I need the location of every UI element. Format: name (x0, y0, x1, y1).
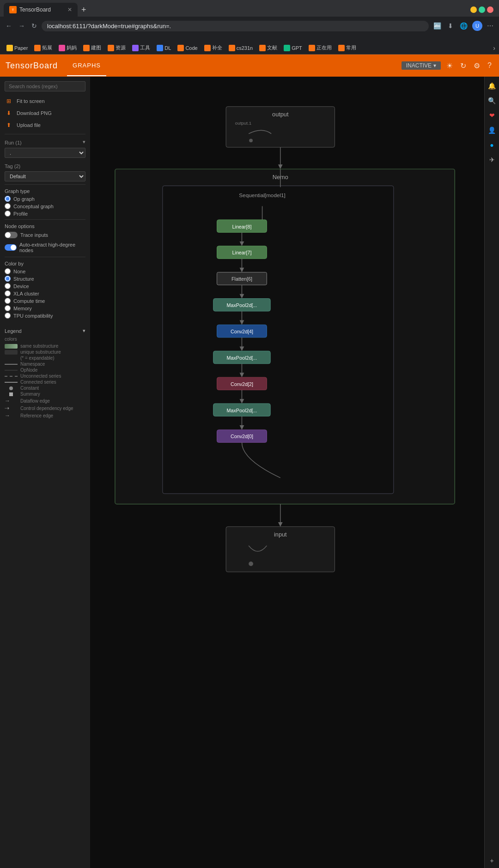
color-none[interactable]: None (5, 268, 85, 274)
search-nodes-input[interactable] (5, 81, 85, 91)
settings-icon-btn[interactable]: ⚙ (472, 60, 482, 72)
fit-to-screen-btn[interactable]: ⊞ Fit to screen (5, 95, 85, 107)
refresh-icon-btn[interactable]: ↻ (458, 60, 468, 72)
legend-control-label: Control dependency edge (20, 406, 85, 411)
minimize-button[interactable] (470, 6, 477, 13)
tb-right-controls: INACTIVE ▾ ☀ ↻ ⚙ ? (402, 60, 493, 72)
node-options-label: Node options (5, 223, 85, 229)
close-button[interactable] (487, 6, 493, 13)
bookmark-7[interactable]: Code (175, 44, 200, 52)
profile-option[interactable]: Profile (5, 211, 85, 217)
color-tpu[interactable]: TPU compatibility (5, 313, 85, 319)
download-btn[interactable]: ⬇ (446, 20, 455, 31)
extensions-btn[interactable]: 🔤 (432, 20, 443, 31)
conceptual-graph-option[interactable]: Conceptual graph (5, 203, 85, 209)
legend-dataflow-label: Dataflow edge (20, 398, 85, 404)
color-device[interactable]: Device (5, 283, 85, 289)
svg-rect-9 (163, 186, 394, 494)
svg-text:MaxPool2d[...: MaxPool2d[... (227, 302, 257, 308)
color-by-label: Color by (5, 261, 85, 266)
tab-close-btn[interactable]: ✕ (67, 6, 72, 13)
active-tab[interactable]: T TensorBoard ✕ (4, 3, 78, 17)
refresh-button[interactable]: ↻ (30, 20, 39, 31)
legend-control-arrow: ⇢ (5, 405, 18, 411)
svg-text:output: output (272, 111, 289, 118)
legend-opnode-line (5, 370, 18, 371)
help-icon-btn[interactable]: ? (486, 60, 493, 72)
graph-svg: output output.1 Nemo Sequential[model1] (90, 77, 484, 868)
address-bar: ← → ↻ localhost:6111/?darkMode=true#grap… (0, 17, 499, 35)
bookmark-4[interactable]: 资源 (105, 43, 128, 52)
legend-connected-label: Connected series (20, 380, 85, 385)
bookmark-13[interactable]: 常用 (335, 43, 359, 52)
translate-btn[interactable]: 🌐 (458, 20, 469, 31)
trace-inputs-toggle-control[interactable] (5, 232, 18, 238)
tab-graphs[interactable]: GRAPHS (67, 55, 106, 76)
trace-inputs-toggle[interactable]: Trace inputs (5, 231, 85, 239)
bookmark-label: 工具 (140, 44, 150, 51)
bookmark-label: 资源 (116, 44, 126, 51)
profile-btn[interactable]: U (472, 21, 482, 31)
svg-text:MaxPool2d[...: MaxPool2d[... (227, 355, 257, 361)
bookmark-8[interactable]: 补全 (201, 43, 225, 52)
legend-namespace-label: Namespace (20, 362, 85, 367)
bookmark-11[interactable]: GPT (281, 44, 305, 52)
svg-text:output.1: output.1 (235, 121, 251, 126)
bookmark-6[interactable]: DL (154, 44, 174, 52)
color-memory[interactable]: Memory (5, 305, 85, 311)
more-btn[interactable]: ⋯ (485, 20, 495, 31)
new-tab-button[interactable]: + (78, 5, 90, 15)
bookmark-label: Paper (14, 45, 28, 51)
forward-button[interactable]: → (17, 20, 27, 31)
tab-bar: T TensorBoard ✕ + (0, 0, 499, 17)
legend-expandable-text: (* = expandable) (20, 356, 85, 361)
bookmark-label: Code (185, 45, 197, 51)
auto-extract-toggle-control[interactable] (5, 244, 17, 251)
bookmark-label: 文献 (267, 44, 277, 51)
sun-icon-btn[interactable]: ☀ (444, 60, 455, 72)
run-select[interactable]: . (5, 148, 85, 158)
right-bell-icon[interactable]: 🔔 (486, 79, 499, 92)
bookmark-label: 正在用 (316, 44, 332, 51)
bookmark-label: 拓展 (42, 44, 52, 51)
status-chevron-icon: ▾ (433, 62, 436, 69)
legend-section[interactable]: Legend ▾ (5, 328, 85, 334)
bookmark-9[interactable]: cs231n (226, 44, 256, 52)
color-structure[interactable]: Structure (5, 276, 85, 282)
upload-label: Upload file (17, 122, 41, 128)
right-heart-icon[interactable]: ❤ (486, 109, 499, 122)
legend-connected-line (5, 382, 18, 383)
legend-title-text: Legend (5, 328, 22, 334)
op-graph-option[interactable]: Op graph (5, 196, 85, 202)
bookmark-3[interactable]: 建图 (80, 43, 104, 52)
right-user-icon[interactable]: 👤 (486, 124, 499, 137)
auto-extract-toggle[interactable]: Auto-extract high-degree nodes (5, 241, 85, 254)
maximize-button[interactable] (479, 6, 485, 13)
tb-main: ⊞ Fit to screen ⬇ Download PNG ⬆ Upload … (0, 77, 499, 868)
right-blue-icon[interactable]: ● (486, 139, 499, 151)
right-search-icon[interactable]: 🔍 (486, 94, 499, 107)
url-text: localhost:6111/?darkMode=true#graphs&run… (47, 23, 171, 30)
bookmark-1[interactable]: 拓展 (31, 43, 55, 52)
right-add-icon[interactable]: + (486, 854, 499, 867)
tag-select[interactable]: Default (5, 171, 85, 181)
download-png-btn[interactable]: ⬇ Download PNG (5, 107, 85, 119)
color-compute[interactable]: Compute time (5, 298, 85, 304)
window-controls (470, 6, 495, 13)
bookmark-2[interactable]: 妈妈 (56, 43, 79, 52)
color-xla[interactable]: XLA cluster (5, 290, 85, 296)
bookmarks-more-btn[interactable]: › (493, 44, 495, 52)
url-bar[interactable]: localhost:6111/?darkMode=true#graphs&run… (42, 21, 429, 31)
bookmark-12[interactable]: 正在用 (306, 43, 335, 52)
bookmark-paper[interactable]: Paper (4, 44, 30, 52)
bookmark-5[interactable]: 工具 (129, 43, 153, 52)
inactive-badge[interactable]: INACTIVE ▾ (402, 61, 441, 70)
right-plane-icon[interactable]: ✈ (486, 153, 499, 166)
graph-area[interactable]: output output.1 Nemo Sequential[model1] (90, 77, 484, 868)
bookmark-label: 常用 (346, 44, 356, 51)
legend-opnode-label: OpNode (20, 368, 85, 373)
upload-file-btn[interactable]: ⬆ Upload file (5, 119, 85, 131)
back-button[interactable]: ← (4, 20, 14, 31)
status-text: INACTIVE (406, 62, 432, 69)
bookmark-10[interactable]: 文献 (256, 43, 280, 52)
